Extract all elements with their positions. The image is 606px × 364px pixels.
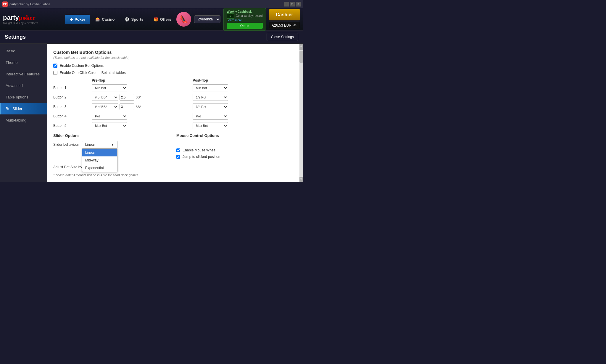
button1-preflop-select[interactable]: Min BetMax BetPot# of BB* [92, 84, 127, 91]
slider-behaviour-trigger[interactable]: Linear ▼ [82, 141, 117, 148]
cashback-box: Weekly Cashback $0 Get a weekly reward L… [223, 8, 266, 31]
balance-display: €26.53 EUR 👁 [269, 22, 300, 29]
cashier-button[interactable]: Cashier [269, 9, 300, 20]
slider-behaviour-menu: Linear Mid-way Exponential [82, 148, 117, 172]
sidebar-item-multi-tabling[interactable]: Multi-tabling [0, 114, 47, 126]
avatar: 👠 [176, 12, 191, 27]
dot-separator: · [176, 141, 294, 147]
slider-behaviour-value: Linear [85, 143, 95, 147]
scrollbar-track [299, 50, 303, 177]
enable-one-click-label: Enable One Click Custom Bet at all table… [60, 71, 126, 75]
maximize-button[interactable]: □ [290, 2, 295, 7]
optin-button[interactable]: Opt-In [227, 23, 262, 29]
slider-behaviour-dropdown-container: Linear ▼ Linear Mid-way Exponential [82, 141, 117, 148]
button5-preflop-select[interactable]: Min BetMax BetPot# of BB* [92, 122, 127, 129]
button1-row: Button 1 Min BetMax BetPot# of BB* Min B… [53, 84, 294, 91]
button5-postflop-select[interactable]: Min BetMax BetPot1/2 Pot3/4 Pot [193, 122, 228, 129]
username-select[interactable]: Zverenka [194, 15, 220, 23]
balance-eye-icon: 👁 [293, 23, 297, 27]
button2-label: Button 2 [53, 95, 92, 99]
button2-postflop-select[interactable]: Min BetMax BetPot1/2 Pot3/4 Pot [193, 94, 228, 101]
scrollbar-up[interactable]: ▲ [299, 44, 303, 50]
mouse-wheel-label: Enable Mouse Wheel [183, 148, 216, 152]
cashback-title: Weekly Cashback [227, 10, 262, 13]
button4-row: Button 4 Min BetMax BetPot# of BB* Min B… [53, 113, 294, 120]
sidebar-item-advanced[interactable]: Advanced [0, 80, 47, 91]
slider-option-exponential[interactable]: Exponential [82, 164, 117, 172]
settings-body: Basic Theme Interactive Features Advance… [0, 44, 303, 182]
scrollbar-thumb[interactable] [299, 51, 303, 63]
scrollbar[interactable]: ▲ ▼ [299, 44, 303, 182]
slider-behaviour-row: Slider behaviour Linear ▼ Linear Mid-way… [53, 141, 170, 148]
title-bar: PP partypoker by Optibet Latvia − □ × [0, 0, 303, 8]
button3-preflop-type[interactable]: # of BB*Min BetMax BetPot [92, 103, 118, 110]
button3-preflop-amount[interactable] [120, 103, 134, 110]
username-area: Zverenka [194, 15, 220, 23]
title-bar-text: partypoker by Optibet Latvia [9, 2, 284, 6]
button3-preflop: # of BB*Min BetMax BetPot BB* [92, 103, 193, 110]
mouse-wheel-checkbox[interactable] [176, 148, 180, 152]
enable-custom-label: Enable Custom Bet Options [60, 64, 104, 68]
button4-preflop: Min BetMax BetPot# of BB* [92, 113, 193, 120]
nav-bar: partypker brought to you by ● OPTIBET ◆ … [0, 8, 303, 30]
offers-tab-icon: 🎁 [154, 17, 158, 22]
two-col-section: Slider Options Slider behaviour Linear ▼… [53, 133, 294, 169]
title-bar-controls[interactable]: − □ × [284, 2, 301, 7]
button1-label: Button 1 [53, 86, 92, 90]
tab-casino[interactable]: 🎰 Casino [91, 15, 119, 24]
footer-note: *Please note: Amounts will be in Ante fo… [53, 173, 294, 177]
button2-bb-label: BB* [136, 96, 141, 99]
minimize-button[interactable]: − [284, 2, 289, 7]
button4-label: Button 4 [53, 114, 92, 118]
mouse-wheel-row: Enable Mouse Wheel [176, 148, 294, 152]
postflop-header: Post-flop [193, 78, 294, 82]
section-note: (These options are not available for the… [53, 56, 294, 59]
mouse-control-section: Mouse Control Options · Enable Mouse Whe… [176, 133, 294, 169]
tab-offers[interactable]: 🎁 Offers [149, 15, 176, 24]
slider-behaviour-arrow-icon: ▼ [111, 143, 114, 146]
enable-custom-checkbox[interactable] [53, 64, 57, 68]
casino-tab-label: Casino [102, 17, 115, 22]
app-icon: PP [2, 1, 8, 7]
button3-postflop: Min BetMax BetPot1/2 Pot3/4 Pot [193, 103, 294, 110]
button1-postflop-select[interactable]: Min BetMax BetPot1/2 Pot3/4 Pot [193, 84, 228, 91]
casino-tab-icon: 🎰 [95, 17, 100, 22]
poker-tab-icon: ◆ [70, 17, 73, 22]
sidebar-item-interactive[interactable]: Interactive Features [0, 68, 47, 80]
enable-custom-checkbox-row: Enable Custom Bet Options [53, 64, 294, 68]
scrollbar-down[interactable]: ▼ [299, 177, 303, 182]
sidebar-item-basic[interactable]: Basic [0, 45, 47, 57]
button4-postflop: Min BetMax BetPot1/2 Pot3/4 Pot [193, 113, 294, 120]
slider-options-title: Slider Options [53, 133, 170, 138]
button5-preflop: Min BetMax BetPot# of BB* [92, 122, 193, 129]
button4-postflop-select[interactable]: Min BetMax BetPot1/2 Pot3/4 Pot [193, 113, 228, 120]
jump-position-checkbox[interactable] [176, 155, 180, 159]
cashback-learn-link[interactable]: Learn more. [227, 19, 243, 22]
sports-tab-icon: ⚽ [125, 17, 129, 22]
sidebar-item-bet-slider[interactable]: Bet Slider [0, 103, 47, 114]
button2-preflop-type[interactable]: # of BB*Min BetMax BetPot [92, 94, 118, 101]
logo: partypker [3, 14, 62, 22]
tab-poker[interactable]: ◆ Poker [65, 15, 90, 24]
button4-preflop-select[interactable]: Min BetMax BetPot# of BB* [92, 113, 127, 120]
close-settings-button[interactable]: Close Settings [267, 33, 298, 41]
logo-area: partypker brought to you by ● OPTIBET [3, 14, 62, 25]
slider-option-midway[interactable]: Mid-way [82, 156, 117, 164]
sidebar-item-table-options[interactable]: Table options [0, 91, 47, 103]
main-content-area: Custom Bet Button Options (These options… [47, 44, 299, 182]
button3-postflop-select[interactable]: Min BetMax BetPot1/2 Pot3/4 Pot [193, 103, 228, 110]
btn-label-spacer [53, 78, 92, 82]
settings-header: Settings Close Settings [0, 30, 303, 44]
button2-row: Button 2 # of BB*Min BetMax BetPot BB* M… [53, 94, 294, 101]
logo-party: party [3, 14, 19, 21]
button2-preflop-amount[interactable] [120, 94, 134, 101]
close-button[interactable]: × [296, 2, 301, 7]
sidebar-item-theme[interactable]: Theme [0, 57, 47, 68]
logo-sub: brought to you by ● OPTIBET [3, 22, 62, 25]
enable-one-click-checkbox[interactable] [53, 71, 57, 75]
button1-preflop: Min BetMax BetPot# of BB* [92, 84, 193, 91]
poker-tab-label: Poker [75, 17, 85, 22]
button5-postflop: Min BetMax BetPot1/2 Pot3/4 Pot [193, 122, 294, 129]
slider-option-linear[interactable]: Linear [82, 149, 117, 156]
tab-sports[interactable]: ⚽ Sports [120, 15, 148, 24]
